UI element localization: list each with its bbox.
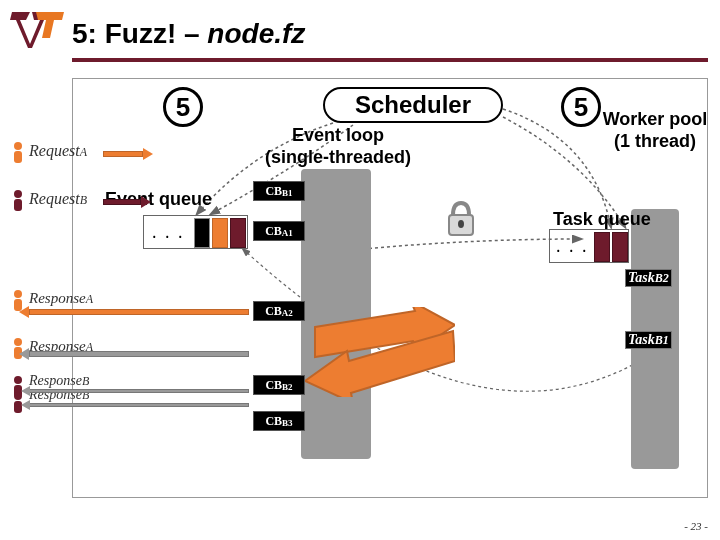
actor-request-b [11, 189, 25, 215]
task-b2: TaskB2 [625, 269, 672, 287]
event-queue-item-1 [194, 218, 210, 248]
request-a-arrow [103, 151, 143, 157]
request-b-label: RequestB [29, 189, 87, 208]
svg-rect-7 [14, 199, 22, 211]
svg-point-6 [14, 190, 22, 198]
step-5-left: 5 [163, 87, 203, 127]
event-loop-l1: Event loop [258, 125, 418, 147]
event-queue-item-3 [230, 218, 246, 248]
task-queue-dots: . . . [556, 236, 589, 257]
cb-b2: CBB2 [253, 375, 305, 395]
diagram-frame: 5 Scheduler 5 Event loop (single-threade… [72, 78, 708, 498]
svg-rect-5 [14, 151, 22, 163]
step-5-left-text: 5 [176, 92, 190, 123]
task-queue-box: . . . [549, 229, 629, 263]
request-a-label: RequestA [29, 141, 87, 160]
response-a1-arrowhead [19, 306, 29, 318]
event-loop-label: Event loop (single-threaded) [258, 125, 418, 168]
page-title: 5: Fuzz! – node.fz [72, 18, 305, 50]
svg-point-3 [458, 220, 464, 228]
cb-a1: CBA1 [253, 221, 305, 241]
request-b-arrow [103, 199, 141, 205]
request-a-arrowhead [143, 148, 153, 160]
scheduler-label: Scheduler [355, 91, 471, 119]
response-b1-arrow [29, 389, 249, 393]
task-b1: TaskB1 [625, 331, 672, 349]
response-b1-arrowhead [21, 386, 30, 396]
worker-pool-l2: (1 thread) [595, 131, 715, 153]
big-orange-arrows [305, 307, 425, 377]
title-underline [72, 58, 708, 62]
event-queue-item-2 [212, 218, 228, 248]
response-a1-label: ResponseA [29, 289, 93, 307]
cb-a2: CBA2 [253, 301, 305, 321]
cb-b3: CBB3 [253, 411, 305, 431]
worker-pool-l1: Worker pool [595, 109, 715, 131]
svg-point-12 [14, 376, 22, 384]
response-b2-arrowhead [21, 400, 30, 410]
response-a1-arrow [29, 309, 249, 315]
page-number: - 23 - [684, 520, 708, 532]
scheduler-box: Scheduler [323, 87, 503, 123]
task-queue-item-1 [594, 232, 610, 262]
event-loop-l2: (single-threaded) [258, 147, 418, 169]
task-queue-item-2 [612, 232, 628, 262]
title-text: 5: Fuzz! – [72, 18, 207, 49]
task-queue-label: Task queue [553, 209, 651, 231]
actor-request-a [11, 141, 25, 167]
svg-point-4 [14, 142, 22, 150]
request-b-arrowhead [141, 196, 151, 208]
lock-icon [443, 199, 479, 243]
response-b2-arrow [29, 403, 249, 407]
title-italic: node.fz [207, 18, 305, 49]
cb-b1: CBB1 [253, 181, 305, 201]
response-a2-arrow [29, 351, 249, 357]
svg-point-8 [14, 290, 22, 298]
worker-pool-label: Worker pool (1 thread) [595, 109, 715, 152]
event-queue-box: . . . [143, 215, 248, 249]
event-queue-dots: . . . [152, 222, 185, 243]
svg-point-10 [14, 338, 22, 346]
step-5-right-text: 5 [574, 92, 588, 123]
vt-logo [10, 10, 66, 52]
response-a2-arrowhead [19, 348, 29, 360]
